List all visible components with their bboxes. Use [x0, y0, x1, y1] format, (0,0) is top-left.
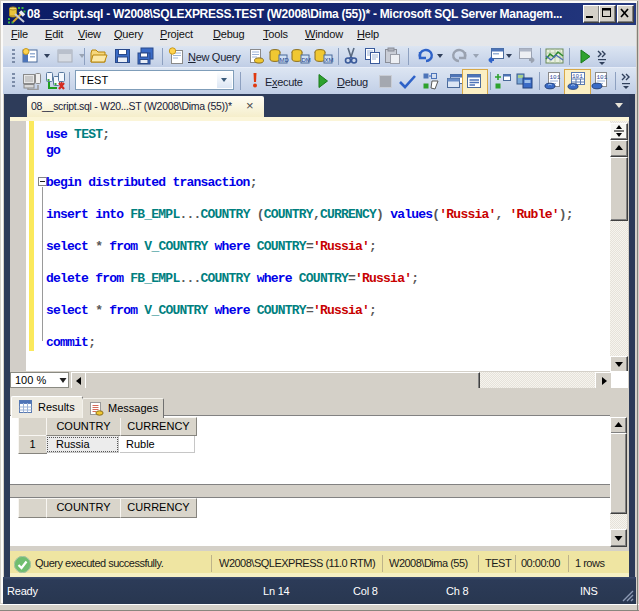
svg-text:101: 101	[597, 74, 608, 81]
svg-text:MD: MD	[280, 57, 290, 63]
svg-text:101: 101	[550, 74, 561, 81]
svg-text:XM: XM	[325, 57, 334, 63]
svg-text:DM: DM	[302, 57, 311, 63]
